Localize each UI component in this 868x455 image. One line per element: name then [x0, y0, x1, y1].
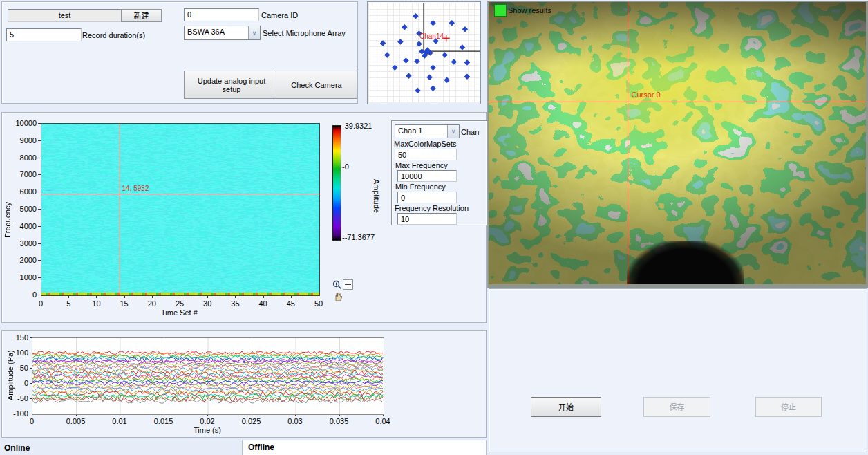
test-name-field[interactable]: test — [8, 9, 122, 22]
axis-tick-label: 7000 — [10, 170, 37, 178]
mic-marker — [416, 41, 422, 46]
online-status-label: Online — [4, 443, 30, 453]
mic-marker — [402, 24, 407, 30]
min-frequency-field[interactable]: 0 — [397, 192, 457, 203]
axis-tick-label: 0.005 — [64, 417, 88, 425]
axis-tick-label: 50 — [9, 364, 28, 372]
spectrogram-cursor-vline[interactable] — [120, 124, 120, 295]
mic-channel-annotation: Chan14 — [419, 32, 444, 40]
mic-array-dropdown[interactable]: BSWA 36A ∨ — [184, 26, 261, 40]
mic-marker — [406, 73, 411, 78]
chevron-down-icon[interactable]: ∨ — [248, 26, 260, 39]
axis-tick-label: 0.04 — [370, 417, 395, 425]
save-button[interactable]: 保存 — [643, 397, 710, 417]
max-frequency-label: Max Frequency — [395, 161, 448, 169]
spectrogram-cursor-label: 14, 5932 — [122, 185, 149, 192]
zoom-icon[interactable] — [332, 280, 342, 291]
axis-tick-label: 8000 — [10, 154, 37, 162]
camera-cursor-vline[interactable] — [628, 2, 628, 284]
camera-id-field[interactable]: 0 — [184, 8, 259, 21]
axis-tick-label: 10000 — [10, 119, 37, 127]
axis-tick-label: 5 — [58, 299, 79, 308]
mic-marker — [414, 58, 419, 64]
axis-tick-label: 9000 — [10, 136, 37, 145]
mic-marker — [442, 52, 448, 57]
show-results-label: Show results — [508, 6, 551, 15]
axis-tick-label: 25 — [169, 299, 190, 308]
mic-marker — [430, 20, 435, 26]
axis-tick-label: 0.02 — [195, 417, 220, 425]
camera-id-label: Camera ID — [261, 11, 298, 19]
spectrogram-noise — [41, 124, 319, 295]
record-duration-field[interactable]: 5 — [6, 28, 82, 41]
max-colormap-field[interactable]: 50 — [395, 149, 457, 160]
mic-array-scatter — [368, 3, 480, 103]
acoustic-camera-app: test 新建 5 Record duration(s) 0 Camera ID… — [0, 0, 868, 455]
mic-marker — [460, 44, 465, 50]
axis-tick-label: 150 — [9, 333, 28, 342]
camera-result-image[interactable]: Cursor 0 Show results — [489, 2, 866, 284]
axis-tick-label: 35 — [225, 299, 245, 308]
colorbar-min-label: --71.3677 — [342, 233, 375, 241]
mic-marker — [462, 26, 468, 32]
mic-array-plot[interactable]: Chan14 — [368, 3, 480, 103]
actions-panel: 开始 保存 停止 — [489, 288, 867, 452]
stop-button[interactable]: 停止 — [755, 397, 822, 417]
mic-marker — [384, 52, 390, 57]
check-camera-button[interactable]: Check Camera — [276, 71, 357, 99]
max-frequency-field[interactable]: 10000 — [397, 170, 457, 182]
axis-tick-label: 0.015 — [151, 417, 176, 425]
waveform-plot[interactable] — [32, 337, 384, 415]
mic-marker — [380, 40, 386, 46]
offline-status-box: Offline — [242, 440, 487, 455]
axis-tick-label: 2000 — [10, 256, 37, 264]
spectrogram-x-axis-label: Time Set # — [161, 308, 198, 317]
axis-tick-label: 0 — [10, 290, 37, 299]
mic-marker — [413, 13, 418, 19]
chan-value: Chan 1 — [395, 125, 447, 138]
new-button[interactable]: 新建 — [121, 9, 162, 22]
axis-tick-label: 0 — [9, 379, 28, 387]
axis-tick-label: 40 — [253, 299, 274, 308]
camera-cursor-hline[interactable] — [489, 102, 866, 102]
frequency-resolution-label: Frequency Resolution — [395, 204, 469, 212]
axis-tick-label: 4000 — [10, 222, 37, 230]
show-results-checkbox[interactable] — [494, 4, 507, 17]
mic-marker — [464, 59, 470, 65]
mic-marker — [430, 86, 435, 91]
axis-tick-label: 0.025 — [239, 417, 264, 425]
pan-hand-icon[interactable] — [334, 292, 343, 303]
chan-dropdown[interactable]: Chan 1 ∨ — [395, 124, 460, 138]
axis-tick-label: 0 — [19, 417, 44, 425]
waveform-x-axis-label: Time (s) — [194, 426, 221, 434]
axis-tick-label: 50 — [308, 299, 329, 308]
mic-marker — [430, 64, 435, 70]
start-button[interactable]: 开始 — [531, 397, 601, 417]
update-analog-input-button[interactable]: Update analog input setup — [184, 71, 279, 99]
colorbar-max-label: -39.9321 — [342, 122, 372, 130]
axis-tick-label: 0.03 — [283, 417, 308, 425]
mic-array-value: BSWA 36A — [185, 26, 248, 39]
frequency-resolution-field[interactable]: 10 — [397, 213, 457, 225]
setup-panel: test 新建 5 Record duration(s) 0 Camera ID… — [1, 1, 358, 104]
spectrogram-cursor-hline[interactable] — [41, 194, 319, 194]
axis-tick-label: 0 — [30, 299, 51, 308]
colorbar-axis-label: Amplitude — [372, 154, 381, 237]
mic-marker — [415, 88, 420, 93]
chan-label: Chan — [461, 128, 479, 136]
mic-marker — [392, 64, 397, 70]
axis-tick-label: 30 — [197, 299, 218, 308]
spectrogram-dc-band — [41, 292, 319, 295]
waveform-traces — [32, 338, 384, 414]
colorbar — [332, 125, 341, 241]
axis-tick-label: 20 — [142, 299, 162, 308]
camera-result-frame: Cursor 0 Show results — [487, 1, 868, 288]
axis-tick-label: 3000 — [10, 239, 37, 248]
cursor-move-tool-icon[interactable] — [343, 279, 353, 290]
spectrogram-plot[interactable]: 14, 5932 — [41, 123, 320, 296]
max-colormap-label: MaxColorMapSets — [394, 140, 456, 148]
person-silhouette — [627, 241, 744, 284]
chevron-down-icon[interactable]: ∨ — [447, 125, 459, 138]
mic-marker — [403, 57, 408, 63]
colorbar-mid-label: -0 — [342, 162, 349, 171]
